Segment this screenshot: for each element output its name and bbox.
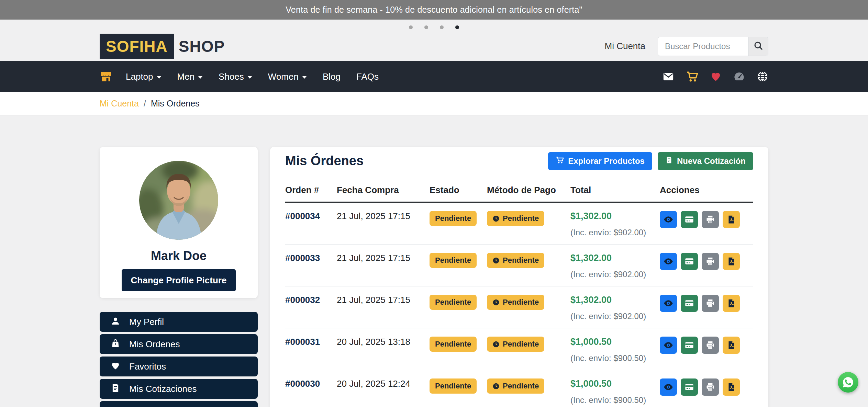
- order-id-link[interactable]: #000031: [285, 337, 337, 347]
- sidebar-item-favoritos[interactable]: Favoritos: [100, 357, 258, 376]
- sidebar-item-label: Favoritos: [129, 361, 166, 372]
- view-order-button[interactable]: [660, 337, 677, 354]
- download-pdf-button[interactable]: [723, 295, 740, 312]
- clock-icon: [492, 215, 500, 222]
- status-badge: Pendiente: [430, 337, 477, 352]
- col-header-payment: Método de Pago: [487, 185, 570, 195]
- payment-status-badge: Pendiente: [487, 211, 544, 226]
- bag-icon: [111, 339, 120, 350]
- mail-icon[interactable]: [663, 71, 674, 82]
- nav-link-blog[interactable]: Blog: [323, 71, 341, 82]
- dashboard-gauge-icon[interactable]: [733, 71, 745, 82]
- payment-status-badge: Pendiente: [487, 378, 544, 394]
- carousel-dot[interactable]: [409, 25, 413, 29]
- carousel-dot-active[interactable]: [455, 25, 459, 29]
- announcement-banner: Venta de fin de semana - 10% de descuent…: [0, 0, 868, 20]
- eye-icon: [663, 382, 674, 392]
- credit-card-icon: [685, 382, 694, 392]
- view-order-button[interactable]: [660, 211, 677, 228]
- nav-link-faqs[interactable]: FAQs: [356, 71, 379, 82]
- download-pdf-button[interactable]: [723, 253, 740, 270]
- carousel-dots: [0, 23, 868, 31]
- cart-icon[interactable]: [686, 70, 698, 83]
- order-total: $1,000.50: [570, 378, 660, 389]
- shipping-note: (Inc. envío: $902.00): [570, 270, 660, 279]
- pay-order-button[interactable]: [681, 337, 698, 354]
- sidebar-item-mis-ordenes[interactable]: Mis Ordenes: [100, 334, 258, 354]
- search-button[interactable]: [748, 37, 768, 56]
- nav-link-shoes[interactable]: Shoes: [219, 71, 252, 82]
- pay-order-button[interactable]: [681, 295, 698, 312]
- breadcrumb: Mi Cuenta / Mis Ordenes: [100, 92, 768, 115]
- payment-status-badge: Pendiente: [487, 295, 544, 310]
- whatsapp-button[interactable]: [838, 372, 858, 393]
- order-id-link[interactable]: #000030: [285, 378, 337, 389]
- status-badge: Pendiente: [430, 295, 477, 310]
- sidebar-item-label: My Perfil: [129, 317, 164, 327]
- download-pdf-button[interactable]: [723, 378, 740, 396]
- pay-order-button[interactable]: [681, 253, 698, 270]
- eye-icon: [663, 340, 674, 350]
- document-icon: [665, 156, 673, 166]
- shipping-note: (Inc. envío: $902.00): [570, 312, 660, 321]
- clock-icon: [492, 383, 500, 390]
- view-order-button[interactable]: [660, 378, 677, 396]
- pay-order-button[interactable]: [681, 378, 698, 396]
- logo-primary-text: SOFIHA: [106, 37, 168, 55]
- print-order-button[interactable]: [702, 253, 719, 270]
- nav-link-laptop[interactable]: Laptop: [126, 71, 162, 82]
- order-id-link[interactable]: #000032: [285, 295, 337, 305]
- main-navbar: Laptop Men Shoes Women Blog FAQs: [0, 61, 868, 92]
- sidebar-item-mis-cotizaciones[interactable]: Mis Cotizaciones: [100, 379, 258, 399]
- print-order-button[interactable]: [702, 211, 719, 228]
- sidebar-item-my-perfil[interactable]: My Perfil: [100, 312, 258, 332]
- payment-status-badge: Pendiente: [487, 253, 544, 268]
- search-input[interactable]: [658, 37, 748, 56]
- view-order-button[interactable]: [660, 253, 677, 270]
- download-pdf-button[interactable]: [723, 211, 740, 228]
- language-globe-icon[interactable]: [757, 71, 768, 82]
- site-header: SOFIHA SHOP Mi Cuenta: [0, 20, 868, 61]
- pay-order-button[interactable]: [681, 211, 698, 228]
- printer-icon: [705, 257, 715, 266]
- status-badge: Pendiente: [430, 211, 477, 226]
- order-date: 20 Jul, 2025 13:18: [337, 337, 430, 347]
- col-header-order: Orden #: [285, 185, 337, 195]
- account-link[interactable]: Mi Cuenta: [605, 41, 646, 52]
- search-icon: [753, 41, 764, 52]
- print-order-button[interactable]: [702, 337, 719, 354]
- chevron-down-icon: [302, 76, 307, 79]
- nav-link-women[interactable]: Women: [268, 71, 307, 82]
- heart-icon: [111, 361, 120, 372]
- download-pdf-button[interactable]: [723, 337, 740, 354]
- nav-link-men[interactable]: Men: [177, 71, 203, 82]
- logo-secondary-text: SHOP: [179, 37, 225, 56]
- order-id-link[interactable]: #000033: [285, 253, 337, 263]
- chevron-down-icon: [247, 76, 252, 79]
- order-total: $1,000.50: [570, 337, 660, 347]
- breadcrumb-account-link[interactable]: Mi Cuenta: [100, 99, 139, 109]
- pdf-file-icon: [727, 215, 736, 224]
- print-order-button[interactable]: [702, 378, 719, 396]
- credit-card-icon: [685, 340, 694, 350]
- view-order-button[interactable]: [660, 295, 677, 312]
- change-profile-picture-button[interactable]: Change Profile Picture: [122, 269, 236, 291]
- carousel-dot[interactable]: [440, 25, 444, 29]
- user-icon: [111, 316, 120, 327]
- pdf-file-icon: [727, 383, 736, 392]
- carousel-dot[interactable]: [424, 25, 428, 29]
- new-quote-button[interactable]: Nueva Cotización: [658, 152, 753, 170]
- col-header-status: Estado: [430, 185, 487, 195]
- profile-name: Mark Doe: [100, 249, 258, 263]
- print-order-button[interactable]: [702, 295, 719, 312]
- wishlist-heart-icon[interactable]: [710, 71, 722, 82]
- table-row: #000033 21 Jul, 2025 17:15 Pendiente Pen…: [285, 245, 753, 286]
- sidebar-item-label: Mis Cotizaciones: [129, 384, 197, 394]
- order-id-link[interactable]: #000034: [285, 211, 337, 222]
- eye-icon: [663, 256, 674, 267]
- site-logo[interactable]: SOFIHA SHOP: [100, 34, 225, 59]
- eye-icon: [663, 214, 674, 225]
- explore-products-button[interactable]: Explorar Productos: [548, 152, 652, 170]
- credit-card-icon: [685, 215, 694, 224]
- sidebar-item-partial[interactable]: [100, 401, 258, 407]
